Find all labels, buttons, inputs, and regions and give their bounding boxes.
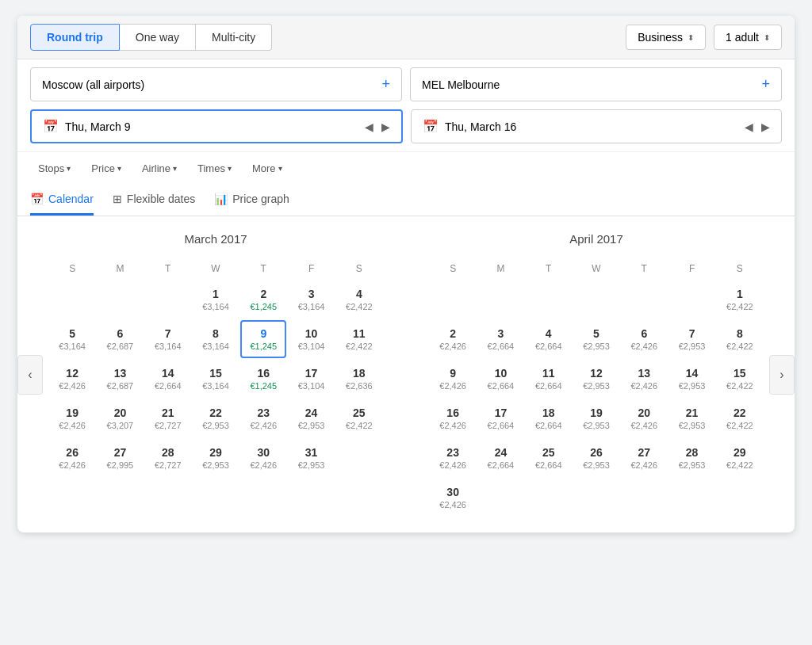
return-next-icon[interactable]: ▶: [761, 120, 770, 133]
calendar-day[interactable]: 4€2,664: [526, 320, 572, 358]
calendar-day[interactable]: 20€2,426: [621, 399, 667, 437]
tab-one-way[interactable]: One way: [120, 24, 196, 51]
filter-more[interactable]: More ▾: [244, 158, 290, 178]
calendar-day[interactable]: 8€2,422: [717, 320, 763, 358]
day-price: €3,104: [298, 342, 325, 351]
calendar-day[interactable]: 4€2,422: [336, 281, 382, 319]
calendar-day[interactable]: 29€2,953: [193, 439, 239, 477]
calendar-day[interactable]: 16€1,245: [240, 360, 286, 398]
return-date-field[interactable]: 📅 Thu, March 16 ◀ ▶: [411, 109, 782, 143]
calendar-day[interactable]: 14€2,664: [145, 360, 191, 398]
calendar-day[interactable]: 22€2,422: [717, 399, 763, 437]
calendar-day[interactable]: 19€2,426: [49, 399, 95, 437]
calendar-day[interactable]: 9€2,426: [430, 360, 476, 398]
depart-next-icon[interactable]: ▶: [381, 120, 390, 133]
calendar-day[interactable]: 30€2,426: [240, 439, 286, 477]
calendar-day[interactable]: 7€3,164: [145, 320, 191, 358]
calendar-day[interactable]: 11€2,664: [526, 360, 572, 398]
calendar-day[interactable]: 12€2,426: [49, 360, 95, 398]
origin-field[interactable]: Moscow (all airports) +: [30, 67, 402, 101]
calendar-day[interactable]: 15€3,164: [193, 360, 239, 398]
calendar-day[interactable]: 24€2,664: [477, 439, 523, 477]
calendar-day[interactable]: 29€2,422: [717, 439, 763, 477]
tab-round-trip[interactable]: Round trip: [30, 24, 120, 51]
calendar-day[interactable]: 2€2,426: [430, 320, 476, 358]
calendar-day[interactable]: 8€3,164: [193, 320, 239, 358]
calendar-day[interactable]: 6€2,426: [621, 320, 667, 358]
day-price: €3,164: [202, 381, 229, 391]
filter-stops[interactable]: Stops ▾: [30, 158, 79, 178]
return-prev-icon[interactable]: ◀: [745, 120, 753, 133]
day-price: €2,664: [488, 460, 515, 470]
calendar-day[interactable]: 31€2,953: [288, 439, 334, 477]
filter-airline[interactable]: Airline ▾: [134, 158, 185, 178]
day-price: €2,664: [488, 381, 515, 391]
calendar-day[interactable]: 5€3,164: [49, 320, 95, 358]
calendar-day[interactable]: 23€2,426: [430, 439, 476, 477]
day-number: 10: [305, 327, 318, 340]
depart-date-field[interactable]: 📅 Thu, March 9 ◀ ▶: [30, 109, 403, 143]
day-number: 2: [260, 288, 266, 300]
calendar-day[interactable]: 7€2,953: [668, 320, 714, 358]
calendar-day[interactable]: 6€2,687: [97, 320, 143, 358]
day-number: 27: [114, 446, 127, 459]
calendar-day[interactable]: 21€2,727: [145, 399, 191, 437]
day-price: €2,664: [488, 421, 515, 430]
calendar-day[interactable]: 23€2,426: [240, 399, 286, 437]
calendar-day[interactable]: 21€2,953: [668, 399, 714, 437]
tab-multi-city[interactable]: Multi-city: [196, 24, 272, 51]
calendar-day[interactable]: 13€2,687: [97, 360, 143, 398]
filter-times[interactable]: Times ▾: [190, 158, 239, 178]
calendar-day[interactable]: 28€2,727: [145, 439, 191, 477]
day-price: €2,426: [439, 342, 466, 351]
prev-month-button[interactable]: ‹: [17, 355, 43, 395]
day-number: 17: [495, 406, 508, 419]
top-bar: Round trip One way Multi-city Business ⬍…: [17, 16, 795, 59]
calendar-day[interactable]: 3€3,164: [288, 281, 334, 319]
filter-price[interactable]: Price ▾: [83, 158, 129, 178]
calendar-day[interactable]: 17€3,104: [288, 360, 334, 398]
tab-calendar[interactable]: 📅 Calendar: [30, 193, 94, 216]
calendar-day[interactable]: 27€2,426: [621, 439, 667, 477]
calendar-day[interactable]: 14€2,953: [668, 360, 714, 398]
calendar-day[interactable]: 25€2,664: [526, 439, 572, 477]
destination-field[interactable]: MEL Melbourne +: [410, 67, 782, 101]
calendar-day[interactable]: 18€2,636: [336, 360, 382, 398]
calendar-day[interactable]: 20€3,207: [97, 399, 143, 437]
calendar-day[interactable]: 3€2,664: [477, 320, 523, 358]
calendar-day[interactable]: 25€2,422: [336, 399, 382, 437]
calendar-day[interactable]: 26€2,426: [49, 439, 95, 477]
calendar-day[interactable]: 28€2,953: [668, 439, 714, 477]
calendar-day[interactable]: 18€2,664: [526, 399, 572, 437]
calendar-day[interactable]: 27€2,995: [97, 439, 143, 477]
tab-price-graph[interactable]: 📊 Price graph: [214, 193, 289, 216]
calendar-day[interactable]: 10€2,664: [477, 360, 523, 398]
calendar-day[interactable]: 11€2,422: [336, 320, 382, 358]
calendar-day[interactable]: 10€3,104: [288, 320, 334, 358]
calendar-day[interactable]: 1€2,422: [717, 281, 763, 319]
calendar-day[interactable]: 24€2,953: [288, 399, 334, 437]
tab-flexible-dates[interactable]: ⊞ Flexible dates: [113, 193, 195, 216]
calendar-empty: [526, 281, 572, 319]
calendar-day[interactable]: 26€2,953: [573, 439, 619, 477]
passengers-dropdown[interactable]: 1 adult ⬍: [714, 25, 782, 50]
flexible-view-label: Flexible dates: [127, 193, 195, 205]
calendar-day[interactable]: 15€2,422: [717, 360, 763, 398]
calendar-day[interactable]: 2€1,245: [240, 281, 286, 319]
calendar-day[interactable]: 12€2,953: [573, 360, 619, 398]
day-number: 8: [213, 327, 219, 340]
calendar-day[interactable]: 22€2,953: [193, 399, 239, 437]
calendar-day[interactable]: 1€3,164: [193, 281, 239, 319]
origin-add-icon[interactable]: +: [381, 76, 390, 93]
calendar-day[interactable]: 9€1,245: [240, 320, 286, 358]
next-month-button[interactable]: ›: [769, 355, 795, 395]
calendar-day[interactable]: 5€2,953: [573, 320, 619, 358]
depart-prev-icon[interactable]: ◀: [365, 120, 373, 133]
calendar-day[interactable]: 30€2,426: [430, 479, 476, 517]
calendar-day[interactable]: 13€2,426: [621, 360, 667, 398]
calendar-day[interactable]: 17€2,664: [477, 399, 523, 437]
calendar-day[interactable]: 19€2,953: [573, 399, 619, 437]
cabin-dropdown[interactable]: Business ⬍: [626, 25, 706, 50]
destination-add-icon[interactable]: +: [761, 76, 770, 93]
calendar-day[interactable]: 16€2,426: [430, 399, 476, 437]
